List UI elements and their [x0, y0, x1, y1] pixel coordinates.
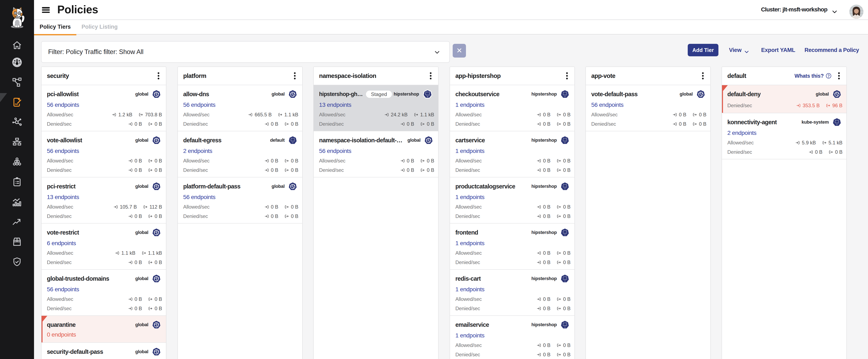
svg-text:ns: ns	[564, 188, 565, 189]
svg-text:ns: ns	[564, 234, 565, 236]
svg-text:ns: ns	[564, 142, 565, 143]
svg-text:ns: ns	[427, 96, 429, 97]
svg-text:ns: ns	[564, 326, 565, 328]
svg-text:ns: ns	[564, 280, 565, 281]
svg-text:ns: ns	[292, 142, 293, 143]
svg-text:ns: ns	[564, 96, 565, 97]
svg-text:ns: ns	[836, 124, 837, 125]
